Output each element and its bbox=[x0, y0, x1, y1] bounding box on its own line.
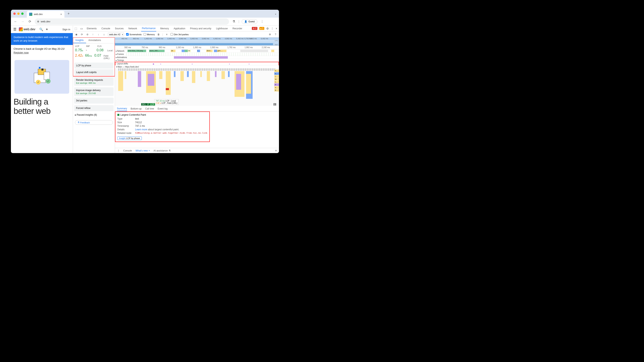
content-area: ☰ web.dev 🔍 ☀ Sign in Guidance to build … bbox=[11, 25, 279, 153]
perf-settings-icon[interactable]: ⚙ bbox=[268, 33, 272, 36]
reload-icon[interactable]: ⟳ bbox=[28, 20, 32, 23]
tab-recorder[interactable]: Recorder bbox=[232, 27, 243, 30]
tab-calltree[interactable]: Call tree bbox=[145, 107, 154, 111]
layout-shifts-track[interactable]: Layout shifts ◆ ◆ ◆ ◆ ◆ bbox=[115, 62, 279, 65]
frames-track[interactable]: ▸ Frames bbox=[115, 53, 279, 56]
warning-count[interactable]: ▴ 1 bbox=[259, 27, 264, 30]
theme-toggle-icon[interactable]: ☀ bbox=[46, 28, 48, 31]
close-tab-icon[interactable]: × bbox=[148, 149, 150, 152]
drawer-close-icon[interactable]: × bbox=[275, 149, 277, 153]
tab-performance[interactable]: Performance bbox=[141, 25, 156, 31]
annotations-tab[interactable]: Annotations bbox=[86, 38, 103, 43]
field-label: Field (URL) bbox=[104, 55, 112, 59]
upload-icon[interactable]: ↑ bbox=[91, 33, 95, 36]
insight-render-blocking[interactable]: Render blocking requests Est savings: 40… bbox=[74, 77, 114, 86]
tab-lighthouse[interactable]: Lighthouse bbox=[215, 27, 228, 30]
insight-layout-culprits[interactable]: Layout shift culprits bbox=[74, 69, 114, 75]
screenshots-checkbox[interactable]: Screenshots bbox=[126, 33, 142, 36]
search-icon[interactable]: 🔍 bbox=[39, 27, 43, 31]
signin-link[interactable]: Sign in bbox=[62, 28, 70, 31]
new-tab-icon[interactable]: + bbox=[66, 12, 72, 16]
timings-track[interactable]: ▸ Timings bbox=[115, 59, 279, 62]
insights-tab[interactable]: Insights bbox=[73, 38, 86, 43]
tab-network[interactable]: Network bbox=[128, 27, 138, 30]
drawer-ai[interactable]: AI assistance ⚗ bbox=[154, 149, 170, 152]
tab-elements[interactable]: Elements bbox=[86, 27, 98, 30]
drawer-menu-icon[interactable]: ⋮ bbox=[117, 149, 120, 152]
flamechart-area[interactable]: 592 ms 792 ms 992 ms 1,192 ms 1,392 ms 1… bbox=[115, 46, 279, 148]
maximize-window-icon[interactable] bbox=[21, 12, 24, 15]
recording-selector[interactable]: web.dev #2 bbox=[108, 33, 124, 36]
hamburger-icon[interactable]: ☰ bbox=[13, 27, 16, 31]
site-logo[interactable]: web.dev bbox=[19, 27, 36, 31]
download-icon[interactable]: ↓ bbox=[97, 33, 100, 36]
clear-icon[interactable]: ⊘ bbox=[86, 33, 89, 36]
learn-more-link[interactable]: Learn more bbox=[135, 128, 147, 131]
settings-icon[interactable]: ⚙ bbox=[266, 27, 269, 30]
close-devtools-icon[interactable]: × bbox=[276, 27, 277, 30]
close-tab-icon[interactable]: × bbox=[60, 13, 62, 16]
timing-markers[interactable]: DCL P LCP bbox=[141, 103, 155, 106]
minimize-window-icon[interactable] bbox=[17, 12, 20, 15]
home-icon[interactable]: ⌂ bbox=[102, 33, 106, 36]
record-icon[interactable]: ◉ bbox=[74, 33, 78, 36]
insight-chip[interactable]: Insight LCP by phase bbox=[118, 137, 142, 140]
insight-image-delivery[interactable]: Improve image delivery Est savings: 25.0… bbox=[74, 87, 114, 96]
garbage-icon[interactable]: 🗑 bbox=[157, 33, 160, 36]
tab-console[interactable]: Console bbox=[101, 27, 111, 30]
menu-icon[interactable]: ⋮ bbox=[260, 20, 264, 23]
summary-details: Largest Contentful Paint Typetext Size74… bbox=[115, 112, 210, 142]
lcp-field: 2.42s bbox=[75, 53, 83, 58]
url-text: web.dev bbox=[41, 20, 50, 23]
tab-privacy[interactable]: Privacy and security bbox=[189, 27, 212, 30]
error-count[interactable]: ⊘ 2 bbox=[252, 27, 257, 30]
site-settings-icon[interactable]: ⚙ bbox=[37, 20, 39, 23]
cpu-overview[interactable]: CPU NET bbox=[115, 40, 279, 46]
forward-icon[interactable]: → bbox=[20, 20, 25, 23]
insight-lcp-phase[interactable]: LCP by phase bbox=[74, 63, 114, 68]
drawer-console[interactable]: Console bbox=[123, 149, 132, 152]
register-link[interactable]: Register now bbox=[14, 51, 29, 54]
passed-insights[interactable]: ▸ Passed insights (6) bbox=[73, 112, 115, 118]
related-node[interactable]: h3#building-a-better-web-together.hide-f… bbox=[135, 132, 208, 135]
reload-record-icon[interactable]: ⟳ bbox=[80, 33, 84, 36]
drawer-whatsnew[interactable]: What's new × bbox=[136, 149, 150, 152]
address-bar[interactable]: ⚙ web.dev bbox=[35, 18, 229, 25]
toolbar: ← → ⟳ ⚙ web.dev ⚗ | 👤 Guest ⋮ bbox=[11, 18, 279, 25]
memory-checkbox[interactable]: Memory bbox=[144, 33, 155, 36]
tab-search-icon[interactable]: ⌄ bbox=[274, 12, 276, 15]
performance-body: Insights Annotations LCP INP CLS 0.75s bbox=[73, 37, 279, 153]
tab-application[interactable]: Application bbox=[173, 27, 186, 30]
insight-3rd-parties[interactable]: 3rd parties bbox=[74, 98, 114, 104]
favicon-icon bbox=[29, 13, 32, 16]
browser-tab[interactable]: web.dev × bbox=[27, 11, 64, 18]
tab-sources[interactable]: Sources bbox=[114, 27, 124, 30]
more-icon[interactable]: ⋮ bbox=[271, 27, 274, 30]
main-thread-label[interactable]: ▾ Main — https://web.dev/ bbox=[115, 65, 279, 68]
device-icon[interactable]: ▭ bbox=[80, 27, 83, 30]
tab-memory[interactable]: Memory bbox=[160, 27, 170, 30]
back-icon[interactable]: ← bbox=[13, 20, 18, 23]
tab-eventlog[interactable]: Event log bbox=[158, 107, 168, 111]
labs-icon[interactable]: ⚗ bbox=[232, 20, 236, 23]
window-controls bbox=[13, 12, 24, 15]
lcp-local: 0.75s bbox=[75, 48, 84, 52]
overview-ruler[interactable]: 492 ms 992 ms 1,492 ms 1,992 ms 2,492 ms… bbox=[115, 37, 279, 40]
load-marker[interactable]: L bbox=[274, 103, 276, 106]
help-icon[interactable]: ? bbox=[274, 33, 278, 36]
tab-bottomup[interactable]: Bottom-up bbox=[131, 107, 142, 111]
throttle-icon[interactable]: ≡ bbox=[165, 33, 168, 36]
tab-summary[interactable]: Summary bbox=[117, 106, 127, 111]
inspect-icon[interactable]: ⬚ bbox=[74, 27, 77, 30]
profile-button[interactable]: 👤 Guest bbox=[242, 19, 257, 24]
flame-chart[interactable]: T… x… (… Iz (… F s… E… 747.10 ms LCP - L… bbox=[115, 68, 279, 106]
animations-track[interactable]: ▸ Animations bbox=[115, 56, 279, 59]
insight-forced-reflow[interactable]: Forced reflow bbox=[74, 105, 114, 111]
dim-3rd-checkbox[interactable]: Dim 3rd parties bbox=[170, 33, 189, 36]
feedback-button[interactable]: ⚗ Feedback bbox=[75, 120, 113, 125]
insights-panel: Insights Annotations LCP INP CLS 0.75s bbox=[73, 37, 115, 153]
close-window-icon[interactable] bbox=[13, 12, 16, 15]
network-track[interactable]: ▸ Network ome-blue_720.png ature_480… de… bbox=[115, 49, 279, 53]
details-tabs: Summary Bottom-up Call tree Event log bbox=[115, 106, 279, 112]
io-banner: Chrome is back at Google I/O on May 20-2… bbox=[11, 45, 73, 56]
